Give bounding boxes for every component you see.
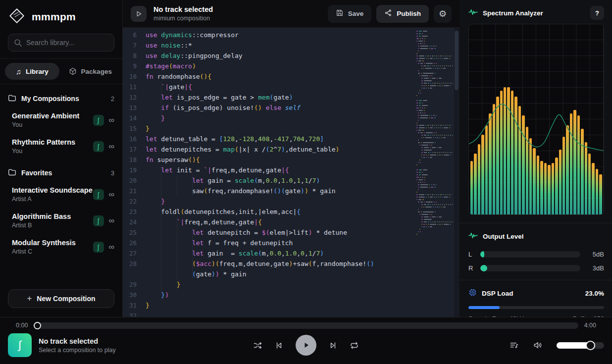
line-number: 26 [123,238,146,248]
minimap[interactable] [416,31,452,239]
code-editor-area[interactable]: 6use dynamics::compressor7use noise::*8u… [123,28,459,317]
plus-icon: + [27,294,32,304]
header-play-button[interactable] [131,6,147,22]
indent-guide [192,238,193,248]
line-number: 11 [123,82,146,92]
indent-guide [177,269,177,279]
minimap-line [416,88,452,89]
track-title: No track selected [153,5,213,13]
minimap-line [416,197,452,198]
play-button[interactable] [296,335,316,356]
save-button[interactable]: Save [328,5,372,23]
shuffle-button[interactable] [253,341,262,350]
line-number: 24 [123,217,146,227]
code-line: 24 `|freq,m,detune,gate|{ [123,217,412,227]
code-line: 25 let detunepitch = $(elem|>lift) * det… [123,227,412,238]
help-button[interactable]: ? [590,6,604,20]
item-subtitle: You [12,148,93,155]
share-icon [384,9,392,18]
minimap-line [416,68,452,69]
infinity-icon: ∞ [109,116,114,125]
minimap-line [416,36,452,37]
minimap-line [416,236,452,237]
pulse-icon [468,232,478,241]
minimap-line [416,85,452,86]
line-number: 29 [123,279,146,290]
item-title: Modular Synthesis [12,239,93,247]
previous-button[interactable] [274,341,284,350]
line-number: 8 [123,51,146,61]
code-line: 32 [123,311,412,317]
save-label: Save [348,10,364,17]
item-title: Interactive Soundscape [12,186,93,194]
indent-guide [161,279,161,290]
tab-packages[interactable]: Packages [63,63,118,80]
line-number: 15 [123,123,146,134]
list-item[interactable]: Algorithmic BassArtist B∫∞ [0,208,122,234]
editor-scrollbar[interactable] [453,28,459,317]
minimap-line [416,73,452,74]
mimium-badge: ∫ [93,115,104,126]
indent-guide [161,113,161,123]
item-subtitle: Artist B [12,222,93,229]
line-number: 19 [123,165,146,175]
new-composition-button[interactable]: + New Composition [8,289,114,308]
list-item[interactable]: Rhythmic PatternsYou∫∞ [0,133,122,159]
spectrum-canvas [468,24,604,215]
spectrum-title: Spectrum Analyzer [483,9,543,17]
minimap-line [416,98,452,99]
seek-handle[interactable] [34,322,41,329]
channel-label: R [468,264,474,272]
indent-guide [161,290,161,300]
minimap-line [416,78,452,79]
indent-guide [161,92,161,103]
save-icon [336,9,344,18]
code-line: 10fn randomphase(){ [123,71,412,82]
line-number: 32 [123,311,146,317]
search-wrap [8,34,114,52]
list-item[interactable]: Generative AmbientYou∫∞ [0,107,122,133]
code-editor[interactable]: 6use dynamics::compressor7use noise::*8u… [123,30,412,317]
time-current: 0:00 [16,322,28,329]
next-button[interactable] [328,341,338,350]
list-item[interactable]: Interactive SoundscapeArtist A∫∞ [0,181,122,208]
volume-slider[interactable] [557,342,604,349]
output-level-header: Output Level [468,228,604,244]
search-input[interactable] [8,34,114,52]
minimap-line [416,140,452,141]
queue-button[interactable] [510,341,519,350]
minimap-line [416,125,452,126]
minimap-line [416,152,452,153]
indent-guide [192,186,193,196]
minimap-line [416,211,452,212]
publish-button[interactable]: Publish [376,5,429,23]
mimium-badge: ∫ [93,189,104,200]
line-number: 27 [123,248,146,259]
item-title: Algorithmic Bass [12,212,93,220]
minimap-line [416,207,452,208]
minimap-line [416,80,452,81]
line-number: 25 [123,227,146,238]
scrollbar-thumb[interactable] [455,31,459,90]
settings-button[interactable]: ⚙ [434,5,452,23]
volume-handle[interactable] [586,341,595,350]
minimap-line [416,216,452,217]
list-item[interactable]: Modular SynthesisArtist C∫∞ [0,234,122,260]
cpu-chip-icon [468,288,477,299]
indent-guide [161,196,161,207]
tab-library[interactable]: ♫Library [5,63,59,80]
minimap-line [416,55,452,56]
seek-bar[interactable] [34,322,578,329]
minimap-line [416,194,452,195]
line-number: 6 [123,30,146,40]
volume-icon[interactable] [533,340,543,350]
line-number: 21 [123,186,146,196]
code-line: 28 ($acc)(freq,m,detune,gate)+saw(f,rand… [123,259,412,269]
item-subtitle: Artist C [12,248,93,255]
waveform-icon [468,8,478,18]
level-meter [480,251,580,258]
repeat-button[interactable] [350,341,359,350]
right-controls [510,340,604,350]
code-line: 26 let f = freq + detunepitch [123,238,412,248]
code-line: 30 }) [123,290,412,300]
